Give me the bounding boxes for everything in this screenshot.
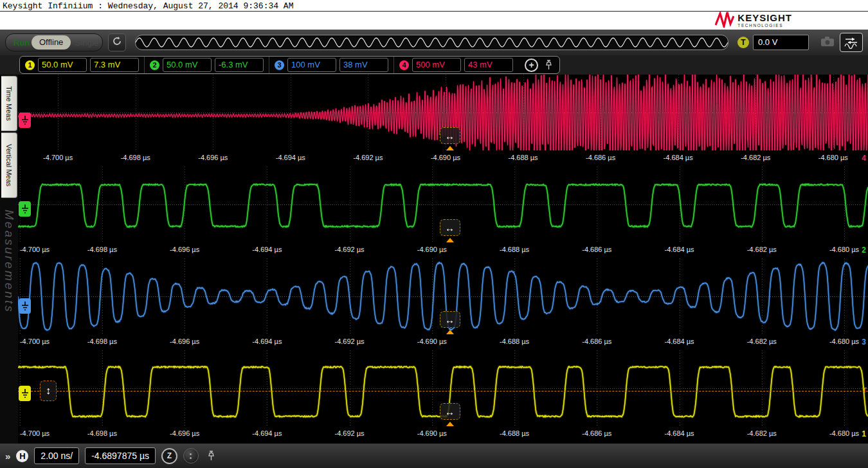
channel-2-scale-field[interactable]: 50.0 mV	[163, 58, 212, 72]
time-label: -4.680 µs	[829, 338, 859, 345]
left-sidebar: Time Meas Vertical Meas Measurements	[0, 75, 18, 444]
horizontal-position-field[interactable]: -4.6897875 µs	[85, 447, 156, 464]
channel-number-label: 1	[862, 429, 866, 438]
logo-brand: KEYSIGHT	[737, 13, 792, 22]
pin-icon[interactable]	[207, 451, 215, 461]
channel-4-button[interactable]: 4	[399, 60, 409, 70]
pin-icon[interactable]	[545, 60, 553, 70]
time-label: -4.688 µs	[500, 246, 529, 253]
time-label: -4.688 µs	[508, 154, 538, 161]
waveform-plot-ch2[interactable]: ↔	[18, 166, 868, 242]
time-label: -4.684 µs	[664, 246, 694, 253]
time-label: -4.688 µs	[500, 429, 529, 437]
measurements-watermark: Measurements	[2, 210, 16, 314]
time-label: -4.696 µs	[170, 338, 199, 345]
time-label: -4.698 µs	[87, 338, 117, 345]
horizontal-position-marker[interactable]: ↔	[440, 219, 460, 236]
time-axis-ch2: -4.700 µs-4.698 µs-4.696 µs-4.694 µs-4.6…	[18, 242, 868, 258]
time-label: -4.690 µs	[417, 338, 447, 345]
rerun-button[interactable]	[108, 33, 126, 51]
waveform-display-area: ↔-4.700 µs-4.698 µs-4.696 µs-4.694 µs-4.…	[18, 75, 868, 444]
trigger-level-marker[interactable]: ↕	[40, 381, 57, 401]
channel-4-ground-marker[interactable]	[19, 113, 31, 128]
time-label: -4.686 µs	[582, 246, 611, 253]
time-label: -4.690 µs	[431, 154, 460, 161]
channel-number-label: 4	[862, 154, 866, 163]
channel-1-controls: 150.0 mV7.3 mV	[20, 57, 144, 73]
tab-vertical-meas[interactable]: Vertical Meas	[1, 132, 17, 198]
waveform-plot-ch1[interactable]: ↔T↕	[18, 350, 868, 426]
time-label: -4.700 µs	[43, 154, 73, 161]
channel-1-button[interactable]: 1	[25, 60, 35, 70]
channel-2-ground-marker[interactable]	[19, 201, 31, 217]
waveform-compare-button[interactable]	[840, 33, 863, 52]
zoom-button[interactable]: Z	[161, 448, 177, 464]
trigger-level-label: T	[862, 386, 867, 394]
timebase-scale-field[interactable]: 2.00 ns/	[34, 447, 79, 464]
channel-3-ground-marker[interactable]	[19, 298, 31, 314]
channel-4-scale-field[interactable]: 500 mV	[412, 58, 461, 72]
waveform-plot-ch4[interactable]: ↔	[18, 75, 868, 150]
horizontal-reference-triangle	[446, 422, 454, 426]
preview-waveform-icon	[136, 35, 728, 50]
horizontal-position-marker[interactable]: ↔	[440, 403, 460, 420]
add-waveform-button[interactable]: +	[525, 59, 538, 72]
trigger-level-field[interactable]: 0.0 V	[753, 35, 809, 50]
refresh-icon	[112, 36, 122, 49]
channel-4-offset-field[interactable]: 43 mV	[464, 58, 513, 72]
trigger-source-button[interactable]: T	[737, 37, 749, 48]
channel-3-offset-field[interactable]: 38 mV	[339, 58, 388, 72]
time-label: -4.688 µs	[500, 338, 529, 345]
run-button[interactable]: Run	[6, 38, 30, 48]
horizontal-position-marker[interactable]: ↔	[440, 311, 460, 328]
time-axis-ch1: -4.700 µs-4.698 µs-4.696 µs-4.694 µs-4.6…	[18, 426, 868, 442]
time-label: -4.680 µs	[818, 154, 848, 161]
channel-3-button[interactable]: 3	[275, 60, 284, 70]
time-label: -4.698 µs	[121, 154, 150, 161]
channel-2-offset-field[interactable]: -6.3 mV	[215, 58, 264, 72]
time-label: -4.682 µs	[747, 246, 777, 253]
horizontal-settings-bar: » H 2.00 ns/ -4.6897875 µs Z	[0, 444, 868, 468]
channel-2-button[interactable]: 2	[150, 60, 159, 70]
time-label: -4.700 µs	[20, 246, 50, 253]
horizontal-knob[interactable]	[183, 448, 199, 464]
trigger-level-line[interactable]	[18, 391, 868, 392]
time-label: -4.696 µs	[170, 429, 199, 437]
time-label: -4.686 µs	[582, 429, 611, 437]
time-label: -4.698 µs	[87, 429, 117, 437]
title-bar: Keysight Infiniium : Wednesday, August 2…	[0, 0, 868, 30]
time-label: -4.682 µs	[741, 154, 770, 161]
channel-1-ground-marker[interactable]	[19, 386, 31, 401]
time-label: -4.692 µs	[335, 338, 365, 345]
horizontal-menu-button[interactable]: H	[16, 450, 28, 462]
logo-subtitle: TECHNOLOGIES	[737, 24, 792, 28]
time-label: -4.698 µs	[87, 246, 117, 253]
channel-3-controls: 3100 mV38 mV	[269, 57, 393, 73]
offline-status-badge: Offline	[32, 35, 71, 50]
tab-time-meas[interactable]: Time Meas	[1, 76, 17, 131]
channel-1-scale-field[interactable]: 50.0 mV	[38, 58, 87, 72]
channel-settings-bar: 150.0 mV7.3 mV250.0 mV-6.3 mV3100 mV38 m…	[0, 55, 868, 75]
horizontal-reference-triangle	[446, 146, 454, 150]
horizontal-reference-triangle	[446, 330, 454, 334]
screenshot-icon[interactable]	[820, 36, 835, 50]
time-label: -4.694 µs	[252, 338, 282, 345]
waveform-plot-ch3[interactable]: ↔	[18, 258, 868, 334]
channel-2-controls: 250.0 mV-6.3 mV	[144, 57, 269, 73]
run-stop-control[interactable]: Run Single Offline	[5, 33, 103, 51]
channel-number-label: 2	[862, 246, 866, 255]
single-button[interactable]: Single	[75, 38, 98, 48]
time-label: -4.680 µs	[829, 429, 859, 437]
channel-3-scale-field[interactable]: 100 mV	[287, 58, 336, 72]
horizontal-reference-triangle	[446, 238, 454, 242]
time-label: -4.696 µs	[198, 154, 228, 161]
channel-1-offset-field[interactable]: 7.3 mV	[90, 58, 139, 72]
expand-chevrons[interactable]: »	[5, 451, 10, 462]
time-label: -4.692 µs	[335, 429, 365, 437]
horizontal-acquisition-preview[interactable]	[135, 35, 728, 50]
horizontal-position-marker[interactable]: ↔	[440, 127, 460, 144]
compare-arrows-icon	[844, 36, 859, 49]
time-label: -4.700 µs	[20, 429, 50, 437]
time-label: -4.682 µs	[747, 338, 777, 345]
window-title: Keysight Infiniium : Wednesday, August 2…	[3, 1, 293, 11]
